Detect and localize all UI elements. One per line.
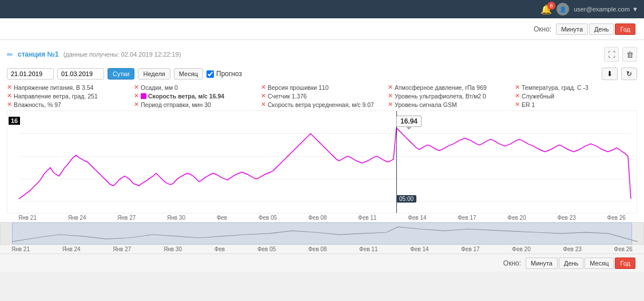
- refresh-button[interactable]: ↻: [621, 68, 637, 80]
- param-item: ✕ Атмосферное давление, гПа 969: [388, 84, 510, 91]
- param-item: ✕ Период отправки, мин 30: [134, 101, 256, 108]
- bottom-window-bar: Окно: Минута День Месяц Год: [0, 254, 644, 272]
- avatar[interactable]: 👤: [556, 3, 569, 15]
- param-item: ✕ Влажность, % 97: [7, 101, 129, 108]
- top-bar: 🔔 6 👤 user@example.com ▼: [0, 0, 644, 18]
- param-label: ER 1: [522, 101, 535, 108]
- forecast-text: Прогноз: [216, 70, 242, 78]
- notification-badge: 6: [547, 2, 555, 10]
- param-item: ✕ Скорость ветра усредненная, м/с 9.07: [261, 101, 383, 108]
- data-received: (данные получены: 02.04.2019 12:22:19): [63, 51, 181, 58]
- x-label: Фев 08: [308, 215, 327, 221]
- x-label: Фев 23: [557, 215, 575, 221]
- param-check-icon: ✕: [515, 92, 520, 100]
- param-item: ✕ ER 1: [515, 101, 637, 108]
- param-check-icon: ✕: [515, 101, 520, 108]
- param-label: Счетчик 1.376: [268, 93, 307, 100]
- forecast-checkbox[interactable]: [206, 70, 214, 78]
- period-btn-nedelya[interactable]: Неделя: [138, 68, 170, 80]
- mini-x-label: Фев 26: [614, 246, 633, 252]
- bottom-window-btn-minuta[interactable]: Минута: [526, 258, 558, 269]
- bottom-window-btn-god[interactable]: Год: [615, 258, 635, 269]
- param-check-icon: ✕: [134, 84, 139, 91]
- param-check-icon: ✕: [515, 84, 520, 91]
- window-btn-god[interactable]: Год: [615, 23, 635, 35]
- date-from-input[interactable]: [7, 68, 54, 80]
- param-check-icon: ✕: [388, 84, 393, 91]
- forecast-label: Прогноз: [206, 70, 242, 78]
- x-label: Фев 20: [507, 215, 526, 221]
- delete-button[interactable]: 🗑: [622, 47, 637, 62]
- param-label: Скорость ветра усредненная, м/с 9.07: [268, 101, 374, 108]
- chart-svg: [7, 111, 637, 213]
- window-btn-group: Минута День Год: [556, 23, 635, 35]
- param-label: Направление ветра, град. 251: [14, 93, 98, 100]
- fullscreen-button[interactable]: ⛶: [604, 47, 619, 62]
- param-label: Скорость ветра, м/с 16.94: [148, 93, 224, 100]
- station-actions: ⛶ 🗑: [604, 47, 637, 62]
- param-label: Влажность, % 97: [14, 101, 61, 108]
- date-to-input[interactable]: [57, 68, 104, 80]
- bottom-window-btn-mesyats[interactable]: Месяц: [585, 258, 614, 269]
- param-label: Осадки, мм 0: [141, 84, 178, 91]
- param-label: Атмосферное давление, гПа 969: [395, 84, 487, 91]
- mini-x-label: Янв 21: [11, 246, 30, 252]
- param-item: ✕ Версия прошивки 110: [261, 84, 383, 91]
- window-btn-den[interactable]: День: [589, 23, 614, 35]
- param-check-icon: ✕: [134, 101, 139, 108]
- params-grid: ✕ Напряжение питания, В 3.54 ✕ Осадки, м…: [7, 84, 637, 108]
- param-item: ✕ Служебный: [515, 92, 637, 100]
- x-label: Янв 27: [117, 215, 136, 221]
- param-item: ✕ Уровень ультрафиолета, Вт/м2 0: [388, 92, 510, 100]
- chart-tooltip: 16.94: [396, 116, 422, 127]
- param-color-swatch: [141, 93, 146, 99]
- mini-x-label: Фев 20: [512, 246, 530, 252]
- mini-x-label: Янв 24: [62, 246, 81, 252]
- param-label: Период отправки, мин 30: [141, 101, 211, 108]
- param-label: Температура, град. С -3: [522, 84, 589, 91]
- param-item: ✕ Счетчик 1.376: [261, 92, 383, 100]
- param-label: Уровень сигнала GSM: [395, 101, 457, 108]
- window-label: Окно:: [534, 25, 551, 33]
- mini-chart-area[interactable]: [0, 222, 644, 245]
- x-label: Фев 17: [458, 215, 476, 221]
- x-label: Фев 05: [259, 215, 277, 221]
- time-marker: 05:00: [396, 195, 416, 203]
- notification-bell[interactable]: 🔔 6: [540, 4, 552, 15]
- bottom-window-btn-group: Минута День Месяц Год: [526, 258, 635, 269]
- download-button[interactable]: ⬇: [602, 68, 618, 80]
- param-label: Уровень ультрафиолета, Вт/м2 0: [395, 93, 486, 100]
- mini-x-label: Янв 30: [164, 246, 182, 252]
- x-label: Янв 24: [68, 215, 86, 221]
- x-label: Янв 21: [18, 215, 37, 221]
- chart-area[interactable]: 16 16.94 05:00: [7, 110, 637, 213]
- param-check-icon: ✕: [7, 84, 12, 91]
- period-btn-mesyats[interactable]: Месяц: [174, 68, 203, 80]
- bottom-window-btn-den[interactable]: День: [559, 258, 583, 269]
- param-item: ✕ Напряжение питания, В 3.54: [7, 84, 129, 91]
- main-content: ✏ станция №1 (данные получены: 02.04.201…: [0, 40, 644, 222]
- param-check-icon: ✕: [388, 101, 393, 108]
- window-btn-minuta[interactable]: Минута: [556, 23, 588, 35]
- mini-x-label: Фев: [214, 246, 225, 252]
- param-check-icon: ✕: [134, 92, 139, 100]
- mini-x-label: Янв 27: [113, 246, 131, 252]
- param-item: ✕ Осадки, мм 0: [134, 84, 256, 91]
- bottom-window-label: Окно:: [503, 259, 521, 267]
- edit-icon[interactable]: ✏: [7, 50, 13, 59]
- param-check-icon: ✕: [261, 92, 266, 100]
- param-check-icon: ✕: [7, 92, 12, 100]
- param-label: Напряжение питания, В 3.54: [14, 84, 93, 91]
- chevron-down-icon[interactable]: ▼: [632, 6, 638, 13]
- param-check-icon: ✕: [261, 101, 266, 108]
- mini-chart-svg: [1, 223, 643, 244]
- mini-x-label: Фев 08: [308, 246, 327, 252]
- x-label: Янв 30: [167, 215, 185, 221]
- chart-container: 16 16.94 05:00: [7, 111, 637, 213]
- x-axis: Янв 21 Янв 24 Янв 27 Янв 30 Фев Фев 05 Ф…: [7, 213, 637, 222]
- username: user@example.com: [574, 6, 630, 13]
- x-label: Фев 26: [607, 215, 626, 221]
- controls-bar: Сутки Неделя Месяц Прогноз ⬇ ↻: [7, 68, 637, 80]
- period-btn-sutki[interactable]: Сутки: [108, 68, 134, 80]
- svg-rect-4: [12, 223, 631, 244]
